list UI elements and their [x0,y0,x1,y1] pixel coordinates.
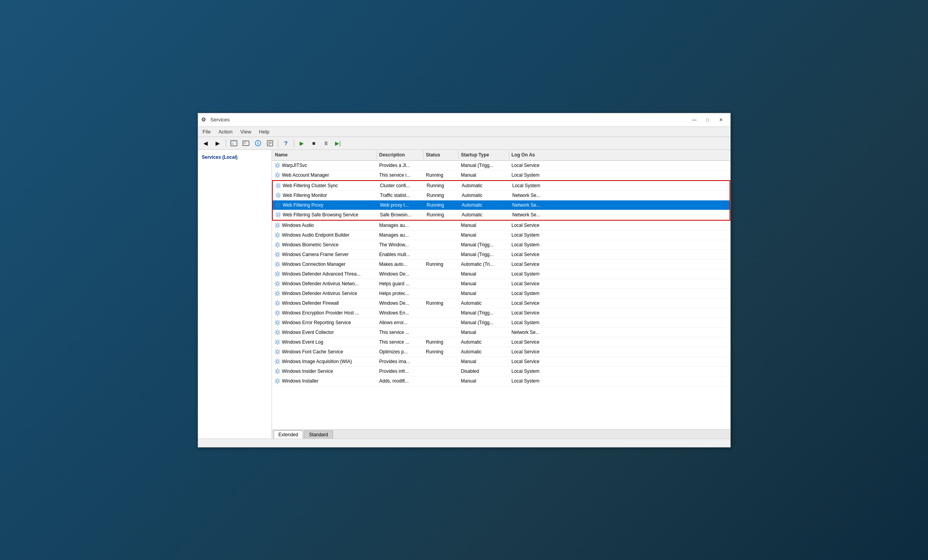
header-name[interactable]: Name [272,151,377,159]
svg-point-24 [276,224,279,226]
table-row[interactable]: Windows Installer Adds, modifi... Manual… [272,376,730,386]
service-icon [274,310,281,316]
maximize-button[interactable]: □ [702,116,714,124]
service-status [424,253,459,256]
properties-button[interactable] [265,138,275,148]
pause-service-button[interactable]: ⏸ [321,138,332,148]
service-startup-type: Manual [459,328,509,336]
main-area: Services (Local) Name Description Status… [198,150,730,439]
toolbar: ◀ ▶ i ? ▶ ■ ⏸ ▶| [198,137,730,150]
svg-point-57 [275,379,279,383]
service-description: Manages au... [377,231,424,239]
menu-view[interactable]: View [237,128,254,136]
service-status [424,292,459,295]
service-startup-type: Manual [459,290,509,297]
service-description: Enables mult... [377,251,424,258]
service-logon: Local Service [509,309,556,317]
header-description[interactable]: Description [377,151,424,159]
table-row[interactable]: Windows Defender Firewall Windows De... … [272,298,730,308]
menu-file[interactable]: File [200,128,214,136]
table-row[interactable]: Windows Font Cache Service Optimizes p..… [272,347,730,357]
table-row[interactable]: WarpJITSvc Provides a JI... Manual (Trig… [272,161,730,170]
service-status [424,321,459,324]
svg-point-50 [276,351,279,353]
table-row[interactable]: Windows Defender Antivirus Service Helps… [272,289,730,298]
table-row[interactable]: Windows Insider Service Provides infr...… [272,367,730,376]
service-name: Windows Defender Antivirus Service [272,289,377,298]
service-icon [275,212,281,218]
svg-point-12 [276,164,279,167]
table-row[interactable]: Web Filtering Proxy Web proxy t... Runni… [273,200,730,210]
service-description: Helps protec... [377,290,424,297]
service-description: Provides ima... [377,358,424,365]
resume-service-button[interactable]: ▶| [333,138,344,148]
service-icon [274,271,281,277]
svg-point-34 [276,273,279,275]
service-name: Web Filtering Proxy [273,201,378,209]
svg-point-43 [275,311,279,315]
table-row[interactable]: Windows Image Acquisition (WIA) Provides… [272,357,730,367]
title-bar: ⚙ Services — □ ✕ [198,113,730,127]
service-logon: Local System [509,231,556,239]
extra-button[interactable]: i [253,138,263,148]
back-button[interactable]: ◀ [200,138,211,148]
console-button[interactable] [240,138,251,148]
service-icon [275,202,281,208]
service-startup-type: Manual (Trigg... [459,309,509,317]
table-row[interactable]: Windows Camera Frame Server Enables mult… [272,250,730,260]
forward-button[interactable]: ▶ [212,138,223,148]
table-row[interactable]: Windows Audio Manages au... Manual Local… [272,221,730,230]
tab-extended[interactable]: Extended [274,430,303,439]
table-row[interactable]: Web Filtering Safe Browsing Service Safe… [273,210,730,220]
service-status [424,234,459,236]
service-name: Windows Image Acquisition (WIA) [272,357,377,366]
table-row[interactable]: Web Filtering Monitor Traffic statist...… [273,191,730,200]
service-status [424,283,459,285]
service-startup-type: Automatic [460,191,510,199]
table-row[interactable]: Windows Audio Endpoint Builder Manages a… [272,230,730,240]
close-button[interactable]: ✕ [715,116,727,124]
table-row[interactable]: Windows Connection Manager Makes auto...… [272,260,730,269]
service-startup-type: Automatic (Tri... [459,260,509,268]
table-row[interactable]: Windows Defender Advanced Threa... Windo… [272,269,730,279]
service-startup-type: Manual [459,231,509,239]
stop-service-button[interactable]: ■ [309,138,319,148]
service-icon [274,300,281,306]
service-startup-type: Manual [459,280,509,288]
service-icon [274,368,281,374]
svg-point-53 [275,359,279,363]
table-row[interactable]: Windows Biometric Service The Window... … [272,240,730,250]
service-status [424,312,459,314]
menu-action[interactable]: Action [215,128,235,136]
svg-point-55 [275,369,279,373]
table-row[interactable]: Web Account Manager This service i... Ru… [272,170,730,180]
table-row[interactable]: Web Filtering Cluster Sync Cluster confi… [273,181,730,191]
service-icon [274,281,281,287]
show-hide-console-button[interactable] [228,138,239,148]
services-window: ⚙ Services — □ ✕ File Action View Help ◀… [198,113,731,448]
table-row[interactable]: Windows Encryption Provider Host ... Win… [272,308,730,318]
minimize-button[interactable]: — [688,116,701,124]
table-row[interactable]: Windows Event Log This service ... Runni… [272,337,730,347]
service-startup-type: Disabled [459,367,509,375]
svg-point-17 [276,183,280,188]
table-row[interactable]: Windows Defender Antivirus Netwo... Help… [272,279,730,289]
help-button[interactable]: ? [281,138,291,148]
service-description: Windows En... [377,309,424,317]
header-status[interactable]: Status [424,151,459,159]
table-row[interactable]: Windows Event Collector This service ...… [272,328,730,337]
menu-help[interactable]: Help [256,128,273,136]
left-panel-title[interactable]: Services (Local) [200,153,269,162]
table-row[interactable]: Windows Error Reporting Service Allows e… [272,318,730,328]
tab-standard[interactable]: Standard [304,430,333,439]
service-name: Web Account Manager [272,171,377,179]
header-log-on-as[interactable]: Log On As [509,151,556,159]
service-logon: Local System [509,319,556,327]
svg-point-25 [275,223,279,227]
service-logon: Local Service [509,251,556,258]
service-status: Running [424,299,459,307]
header-startup-type[interactable]: Startup Type [459,151,509,159]
svg-point-28 [276,244,279,246]
services-list-body[interactable]: WarpJITSvc Provides a JI... Manual (Trig… [272,161,730,429]
start-service-button[interactable]: ▶ [296,138,307,148]
